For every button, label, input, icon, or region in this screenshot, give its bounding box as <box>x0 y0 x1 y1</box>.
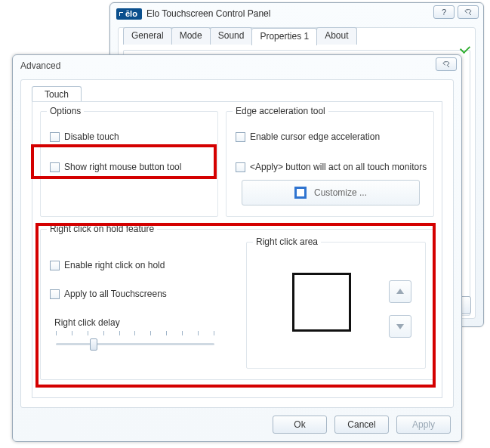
label-show-right-mouse-button-tool: Show right mouse button tool <box>64 162 181 172</box>
back-title: Elo Touchscreen Control Panel <box>146 8 271 19</box>
tab-general[interactable]: General <box>123 27 172 45</box>
arrow-up-icon <box>396 287 405 296</box>
back-tabs: General Mode Sound Properties 1 About <box>123 27 479 45</box>
tab-mode[interactable]: Mode <box>171 27 211 45</box>
checkbox-enable-cursor-edge-acceleration[interactable]: Enable cursor edge acceleration <box>236 131 380 142</box>
slider-track[interactable] <box>56 343 214 345</box>
label-right-click-delay: Right click delay <box>54 317 120 328</box>
checkbox-icon <box>236 132 245 142</box>
checkbox-icon <box>50 289 60 299</box>
ok-button[interactable]: Ok <box>273 416 327 434</box>
advanced-panel: Options Disable touch Show right mouse b… <box>32 101 442 398</box>
checkbox-icon <box>50 261 60 270</box>
checkbox-icon <box>50 132 60 142</box>
slider-thumb[interactable] <box>90 338 97 351</box>
checkbox-show-right-mouse-button-tool[interactable]: Show right mouse button tool <box>50 162 181 172</box>
square-icon <box>294 187 307 199</box>
label-apply-all-touchscreens: Apply to all Touchscreens <box>64 289 167 299</box>
back-titlebar: ēlo Elo Touchscreen Control Panel <box>110 3 483 24</box>
elo-logo: ēlo <box>116 8 142 20</box>
group-right-click-on-hold: Right click on hold feature Enable right… <box>40 229 434 380</box>
tab-properties-1[interactable]: Properties 1 <box>251 28 317 45</box>
label-enable-right-click-on-hold: Enable right click on hold <box>64 260 165 270</box>
right-click-area-preview <box>292 273 351 332</box>
group-options: Options Disable touch Show right mouse b… <box>40 111 218 217</box>
close-titlebar-button[interactable] <box>458 5 479 19</box>
label-apply-all-monitors: <Apply> button will act on all touch mon… <box>250 162 427 172</box>
checkbox-icon <box>50 162 60 172</box>
advanced-title: Advanced <box>20 60 60 71</box>
cancel-button[interactable]: Cancel <box>334 416 389 434</box>
advanced-dialog: Advanced Touch Options Disable touch Sho… <box>12 54 462 442</box>
checkbox-icon <box>236 162 245 172</box>
customize-button[interactable]: Customize ... <box>242 180 420 205</box>
checkbox-apply-to-all-touchscreens[interactable]: Apply to all Touchscreens <box>50 289 167 299</box>
help-titlebar-button[interactable] <box>433 5 455 19</box>
right-click-area-title: Right click area <box>253 236 321 247</box>
advanced-close-button[interactable] <box>436 57 457 71</box>
advanced-client: Touch Options Disable touch Show right m… <box>20 79 454 408</box>
edge-accel-title: Edge acceleration tool <box>233 106 328 116</box>
checkbox-enable-right-click-on-hold[interactable]: Enable right click on hold <box>50 260 165 270</box>
group-edge-acceleration: Edge acceleration tool Enable cursor edg… <box>226 111 434 217</box>
checkbox-disable-touch[interactable]: Disable touch <box>50 131 119 142</box>
rch-title: Right click on hold feature <box>47 224 157 234</box>
tab-sound[interactable]: Sound <box>210 27 253 45</box>
label-disable-touch: Disable touch <box>64 131 119 142</box>
arrow-down-icon <box>396 322 405 331</box>
customize-label: Customize ... <box>314 187 367 198</box>
tab-touch[interactable]: Touch <box>32 86 82 103</box>
arrow-up-button[interactable] <box>389 280 411 303</box>
options-title: Options <box>47 106 84 116</box>
check-icon <box>461 45 471 56</box>
apply-button[interactable]: Apply <box>396 416 451 434</box>
tab-about[interactable]: About <box>316 27 356 45</box>
group-right-click-area: Right click area <box>246 242 426 369</box>
arrow-down-button[interactable] <box>389 315 411 338</box>
dialog-buttons: Ok Cancel Apply <box>273 416 451 434</box>
label-enable-cursor-edge-accel: Enable cursor edge acceleration <box>250 131 380 142</box>
checkbox-apply-all-monitors[interactable]: <Apply> button will act on all touch mon… <box>236 162 427 172</box>
slider-ticks <box>56 331 214 335</box>
